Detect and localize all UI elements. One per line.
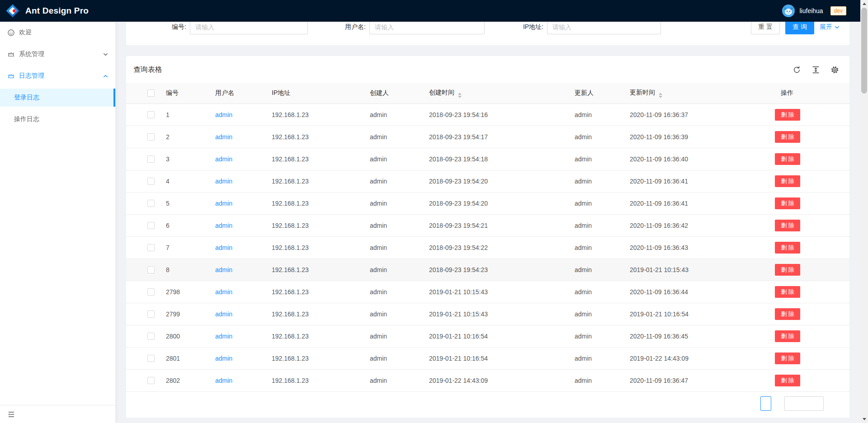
table-row: 2799 admin 192.168.1.23 admin 2019-01-21… bbox=[126, 303, 849, 325]
cell-updater: admin bbox=[575, 192, 630, 214]
row-checkbox[interactable] bbox=[147, 222, 155, 229]
pagination-size-select[interactable] bbox=[784, 396, 824, 411]
cell-create-time: 2018-09-23 19:54:23 bbox=[429, 258, 575, 281]
delete-button[interactable]: 删 除 bbox=[775, 109, 800, 121]
sidebar-item-label: 日志管理 bbox=[19, 72, 44, 80]
username-link[interactable]: admin bbox=[215, 222, 232, 229]
cell-create-time: 2019-01-21 10:16:54 bbox=[429, 347, 575, 369]
row-checkbox[interactable] bbox=[147, 377, 155, 384]
query-button[interactable]: 查 询 bbox=[785, 20, 814, 34]
cell-creator: admin bbox=[370, 236, 429, 258]
column-header-id: 编号 bbox=[166, 83, 215, 103]
username-link[interactable]: admin bbox=[215, 178, 232, 185]
sort-carets-icon[interactable] bbox=[659, 93, 662, 98]
column-header-updater: 更新人 bbox=[575, 83, 630, 103]
delete-button[interactable]: 删 除 bbox=[775, 264, 800, 276]
scrollbar-thumb[interactable] bbox=[861, 8, 867, 94]
delete-button[interactable]: 删 除 bbox=[775, 375, 800, 386]
crown-icon bbox=[8, 73, 14, 80]
cell-updater: admin bbox=[575, 369, 630, 391]
menu-fold-icon[interactable] bbox=[8, 411, 15, 418]
table-row: 1 admin 192.168.1.23 admin 2018-09-23 19… bbox=[126, 103, 849, 126]
table-row: 2 admin 192.168.1.23 admin 2018-09-23 19… bbox=[126, 126, 849, 148]
delete-button[interactable]: 删 除 bbox=[775, 131, 800, 143]
cell-ip: 192.168.1.23 bbox=[272, 170, 370, 192]
cell-create-time: 2018-09-23 19:54:18 bbox=[429, 148, 575, 170]
app-logo-icon[interactable] bbox=[5, 4, 20, 18]
username-link[interactable]: admin bbox=[215, 333, 232, 340]
username-link[interactable]: admin bbox=[215, 355, 232, 362]
user-avatar[interactable] bbox=[782, 5, 795, 17]
username-link[interactable]: admin bbox=[215, 244, 232, 251]
username-link[interactable]: admin bbox=[215, 155, 232, 163]
delete-button[interactable]: 删 除 bbox=[775, 330, 800, 342]
row-checkbox[interactable] bbox=[147, 200, 155, 207]
cell-update-time: 2019-01-21 10:15:43 bbox=[630, 258, 775, 281]
row-checkbox[interactable] bbox=[147, 333, 155, 340]
row-checkbox[interactable] bbox=[147, 133, 155, 141]
select-all-checkbox[interactable] bbox=[147, 89, 155, 97]
table-row: 2798 admin 192.168.1.23 admin 2019-01-21… bbox=[126, 281, 849, 303]
column-height-icon[interactable] bbox=[812, 66, 820, 74]
cell-creator: admin bbox=[370, 281, 429, 303]
cell-update-time: 2020-11-09 16:36:43 bbox=[630, 236, 775, 258]
username-link[interactable]: admin bbox=[215, 288, 232, 296]
cell-ip: 192.168.1.23 bbox=[272, 303, 370, 325]
cell-create-time: 2018-09-23 19:54:21 bbox=[429, 214, 575, 236]
delete-button[interactable]: 删 除 bbox=[775, 352, 800, 364]
sidebar-item-system-management[interactable]: 系统管理 bbox=[0, 45, 115, 63]
delete-button[interactable]: 删 除 bbox=[775, 175, 800, 187]
pagination-active-page[interactable] bbox=[760, 396, 771, 411]
sidebar-item-log-management[interactable]: 日志管理 bbox=[0, 67, 115, 85]
cell-id: 3 bbox=[166, 148, 215, 170]
delete-button[interactable]: 删 除 bbox=[775, 153, 800, 165]
smile-icon bbox=[8, 29, 14, 36]
env-tag: dev bbox=[830, 6, 846, 15]
table-row: 3 admin 192.168.1.23 admin 2018-09-23 19… bbox=[126, 148, 849, 170]
row-checkbox[interactable] bbox=[147, 355, 155, 362]
cell-update-time: 2020-11-09 16:36:41 bbox=[630, 170, 775, 192]
username-link[interactable]: admin bbox=[215, 266, 232, 273]
cell-ip: 192.168.1.23 bbox=[272, 103, 370, 126]
row-checkbox[interactable] bbox=[147, 266, 155, 273]
username-link[interactable]: admin bbox=[215, 200, 232, 207]
query-table: 编号 用户名 IP地址 创建人 创建时间 更新人 更新时间 操作 1 admin… bbox=[126, 83, 849, 392]
reload-icon[interactable] bbox=[793, 66, 801, 74]
row-checkbox[interactable] bbox=[147, 178, 155, 185]
field-id: 编号: bbox=[165, 20, 308, 34]
sort-carets-icon[interactable] bbox=[458, 93, 462, 98]
delete-button[interactable]: 删 除 bbox=[775, 242, 800, 254]
username-link[interactable]: admin bbox=[215, 310, 232, 318]
username-link[interactable]: admin bbox=[215, 111, 232, 118]
id-input[interactable] bbox=[190, 20, 308, 34]
ip-input[interactable] bbox=[547, 20, 661, 34]
row-checkbox[interactable] bbox=[147, 111, 155, 118]
user-name[interactable]: liufeihua bbox=[799, 7, 823, 14]
username-link[interactable]: admin bbox=[215, 133, 232, 141]
reset-button[interactable]: 重 置 bbox=[751, 20, 780, 34]
username-input[interactable] bbox=[369, 20, 485, 34]
row-checkbox[interactable] bbox=[147, 155, 155, 163]
column-header-create-time[interactable]: 创建时间 bbox=[429, 83, 575, 103]
scrollbar-down-icon[interactable] bbox=[860, 415, 868, 423]
sidebar-item-welcome[interactable]: 欢迎 bbox=[0, 24, 115, 42]
expand-link[interactable]: 展开 bbox=[820, 23, 840, 31]
delete-button[interactable]: 删 除 bbox=[775, 286, 800, 298]
delete-button[interactable]: 删 除 bbox=[775, 220, 800, 231]
delete-button[interactable]: 删 除 bbox=[775, 308, 800, 320]
setting-icon[interactable] bbox=[831, 66, 839, 74]
sidebar-item-login-log[interactable]: 登录日志 bbox=[0, 89, 115, 107]
row-checkbox[interactable] bbox=[147, 310, 155, 318]
vertical-scrollbar[interactable] bbox=[860, 0, 868, 423]
row-checkbox[interactable] bbox=[147, 244, 155, 251]
delete-button[interactable]: 删 除 bbox=[775, 197, 800, 209]
sidebar-item-operation-log[interactable]: 操作日志 bbox=[0, 110, 115, 128]
table-row: 2800 admin 192.168.1.23 admin 2019-01-21… bbox=[126, 325, 849, 347]
username-link[interactable]: admin bbox=[215, 377, 232, 384]
table-row: 6 admin 192.168.1.23 admin 2018-09-23 19… bbox=[126, 214, 849, 236]
cell-creator: admin bbox=[370, 126, 429, 148]
scrollbar-up-icon[interactable] bbox=[860, 0, 868, 8]
row-checkbox[interactable] bbox=[147, 288, 155, 296]
main-content: 编号: 用户名: IP地址: 重 置 查 询 展开 查询表格 bbox=[115, 0, 860, 418]
column-header-update-time[interactable]: 更新时间 bbox=[630, 83, 775, 103]
